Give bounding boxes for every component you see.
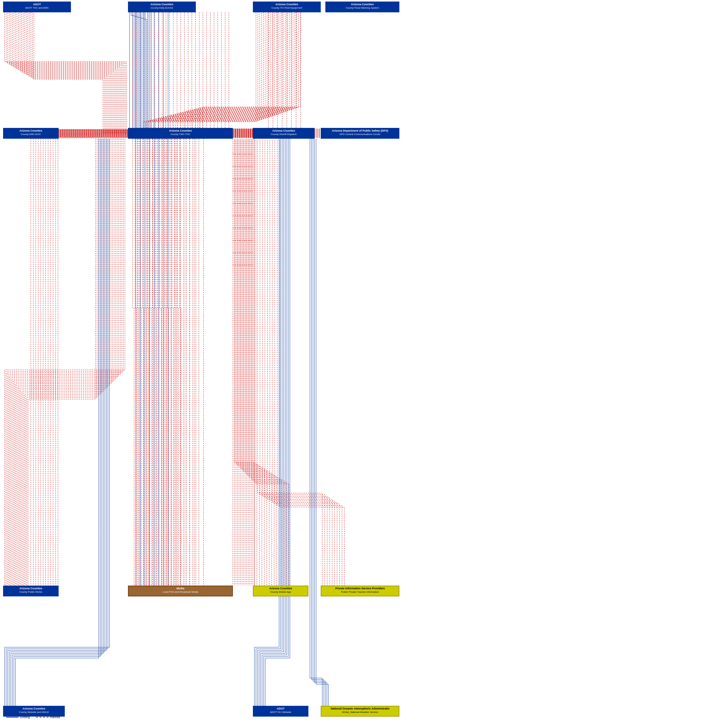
node-sublabel: County Mobile App [255,591,306,594]
node-county-emc-eoc: Arizona Counties County EMC-EOC [3,128,58,139]
node-sublabel: County EMC-EOC [5,133,57,136]
node-label: Arizona Counties [255,129,313,133]
node-dps-comms: Arizona Department of Public Safety (DPS… [321,128,400,139]
node-sublabel: County ITS Field Equipment [255,6,319,10]
node-county-its-field: Arizona Counties County ITS Field Equipm… [253,1,321,12]
node-label: ADOT [255,707,306,711]
node-label: Arizona Counties [255,587,306,591]
node-sublabel: County Data Archive [130,6,194,10]
node-county-website: Arizona Counties County Website and NIXL… [3,706,65,716]
node-county-mobile-app: Arizona Counties County Mobile App [253,585,308,596]
legend-planned-line [36,717,48,718]
node-sublabel: County TMC-TOC [130,133,231,136]
node-sublabel: County Website and NIXLE [5,711,63,714]
legend-existing-line [6,717,19,718]
node-adot-toc: ADOT ADOT TOC and EMC [3,1,71,12]
node-county-sheriff: Arizona Counties County Sheriff Dispatch [253,128,315,139]
node-county-tmc-toc: Arizona Counties County TMC-TOC [128,128,233,139]
node-label: Arizona Counties [5,707,63,711]
diagram-canvas [0,0,709,728]
node-noaa-weather: National Oceanic Atmospheric Administrat… [321,706,400,716]
node-sublabel: DPS Central Communications Center [322,133,398,136]
node-sublabel: County Sheriff Dispatch [255,133,313,136]
node-label: Arizona Counties [130,3,194,6]
node-county-flood-warning: Arizona Counties County Flood Warning Sy… [325,1,400,12]
node-label: Media [130,587,231,591]
node-sublabel: ADOT 511 Website [255,711,306,714]
node-label: National Oceanic Atmospheric Administrat… [322,707,398,711]
node-private-traveler: Private Information Service Providers Pu… [321,585,400,596]
node-label: Arizona Counties [5,587,57,591]
node-label: Private Information Service Providers [322,587,398,591]
legend: Existing Planned [6,716,60,719]
node-label: Arizona Counties [5,129,57,133]
node-county-public-works: Arizona Counties County Public Works [3,585,58,596]
node-sublabel: Public Private Traveler Information [322,591,398,594]
legend-planned-label: Planned [50,716,60,719]
node-media: Media Local Print and Broadcast Media [128,585,233,596]
node-sublabel: County Public Works [5,591,57,594]
node-label: ADOT [5,3,69,6]
node-label: Arizona Department of Public Safety (DPS… [322,129,398,133]
node-sublabel: Local Print and Broadcast Media [130,591,231,594]
node-sublabel: County Flood Warning System [327,6,398,10]
node-label: Arizona Counties [255,3,319,6]
node-label: Arizona Counties [130,129,231,133]
node-sublabel: ADOT TOC and EMC [5,6,69,10]
node-adot-511: ADOT ADOT 511 Website [253,706,308,716]
legend-existing: Existing [6,716,30,719]
node-sublabel: NOAA_National Weather Service [322,711,398,714]
legend-planned: Planned [36,716,60,719]
node-county-data-archive: Arizona Counties County Data Archive [128,1,196,12]
node-label: Arizona Counties [327,3,398,6]
legend-existing-label: Existing [20,716,30,719]
